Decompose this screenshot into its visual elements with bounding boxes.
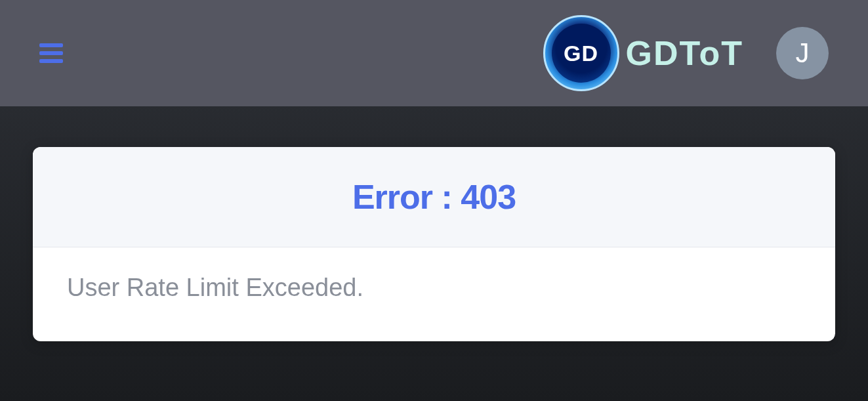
top-header: GD GDToT J	[0, 0, 868, 106]
main-content: Error : 403 User Rate Limit Exceeded.	[0, 106, 868, 341]
user-avatar-button[interactable]: J	[776, 27, 829, 79]
error-code-title: Error : 403	[33, 177, 835, 217]
logo-icon: GD	[543, 15, 619, 91]
header-right: GD GDToT J	[543, 15, 829, 91]
brand-logo-group[interactable]: GD GDToT	[543, 15, 743, 91]
menu-toggle-button[interactable]	[39, 43, 63, 63]
error-card-body: User Rate Limit Exceeded.	[33, 247, 835, 341]
error-card: Error : 403 User Rate Limit Exceeded.	[33, 147, 835, 341]
brand-name-text: GDToT	[626, 33, 743, 73]
error-message-text: User Rate Limit Exceeded.	[67, 274, 801, 302]
avatar-initial: J	[796, 37, 810, 69]
logo-abbrev: GD	[564, 41, 598, 66]
error-card-header: Error : 403	[33, 147, 835, 247]
